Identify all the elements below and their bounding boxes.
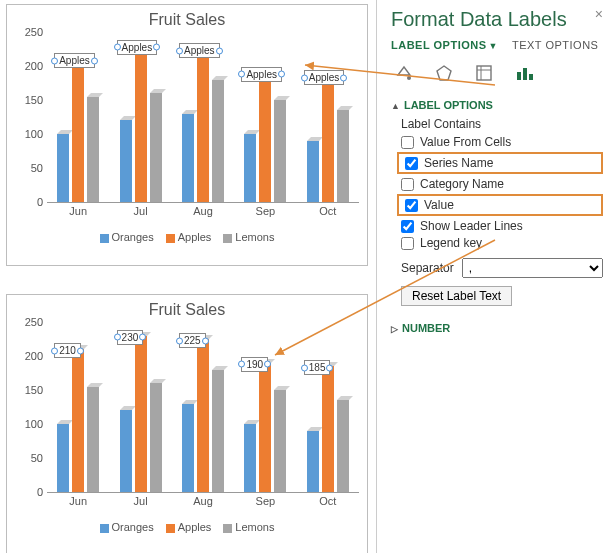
bar[interactable] [212, 80, 224, 202]
section-number[interactable]: ▷NUMBER [391, 322, 603, 334]
bar[interactable] [72, 59, 84, 202]
opt-show-leader-lines[interactable]: Show Leader Lines [401, 219, 603, 233]
legend-item[interactable]: Apples [166, 231, 212, 243]
bar[interactable] [322, 76, 334, 202]
opt-category-name[interactable]: Category Name [401, 177, 603, 191]
data-label[interactable]: 225 [179, 333, 206, 348]
bar[interactable] [135, 46, 147, 202]
data-label[interactable]: 190 [241, 357, 268, 372]
data-label[interactable]: Apples [179, 43, 220, 58]
legend[interactable]: OrangesApplesLemons [7, 521, 367, 533]
close-icon[interactable]: × [595, 6, 603, 22]
x-tick: Oct [297, 205, 359, 217]
data-label[interactable]: Apples [304, 70, 345, 85]
chart-top[interactable]: Fruit Sales250200150100500ApplesApplesAp… [6, 4, 368, 266]
bar-group[interactable] [300, 76, 356, 202]
bar-group[interactable] [300, 366, 356, 492]
bar[interactable] [244, 424, 256, 492]
opt-series-name[interactable]: Series Name [397, 152, 603, 174]
bar-group[interactable] [50, 59, 106, 202]
bar[interactable] [307, 431, 319, 492]
legend[interactable]: OrangesApplesLemons [7, 231, 367, 243]
bar[interactable] [120, 410, 132, 492]
checkbox-leader-lines[interactable] [401, 220, 414, 233]
bar[interactable] [337, 110, 349, 202]
checkbox-series-name[interactable] [405, 157, 418, 170]
legend-swatch [166, 234, 175, 243]
bar-group[interactable] [175, 49, 231, 202]
y-tick: 250 [15, 26, 43, 38]
opt-value-from-cells[interactable]: Value From Cells [401, 135, 603, 149]
x-axis: JunJulAugSepOct [47, 495, 359, 507]
legend-item[interactable]: Lemons [223, 231, 274, 243]
bar[interactable] [244, 134, 256, 202]
charts-column: Fruit Sales250200150100500ApplesApplesAp… [0, 0, 376, 553]
bar[interactable] [197, 339, 209, 492]
checkbox-legend-key[interactable] [401, 237, 414, 250]
x-axis: JunJulAugSepOct [47, 205, 359, 217]
bar[interactable] [259, 73, 271, 202]
svg-rect-2 [477, 66, 491, 80]
bar[interactable] [150, 383, 162, 492]
bar[interactable] [307, 141, 319, 202]
panel-tabs: LABEL OPTIONS▼ TEXT OPTIONS [391, 39, 603, 51]
separator-row: Separator , [401, 258, 603, 278]
bar[interactable] [212, 370, 224, 492]
legend-item[interactable]: Oranges [100, 231, 154, 243]
bar[interactable] [87, 387, 99, 492]
checkbox-value[interactable] [405, 199, 418, 212]
size-properties-icon[interactable] [471, 61, 497, 85]
bar[interactable] [197, 49, 209, 202]
bar[interactable] [274, 100, 286, 202]
bar[interactable] [182, 404, 194, 492]
data-label[interactable]: 230 [117, 330, 144, 345]
checkbox-value-from-cells[interactable] [401, 136, 414, 149]
section-label-options[interactable]: ▲LABEL OPTIONS [391, 99, 603, 111]
y-tick: 50 [15, 452, 43, 464]
bar[interactable] [135, 336, 147, 492]
bar[interactable] [274, 390, 286, 492]
bar[interactable] [57, 424, 69, 492]
bar-group[interactable] [237, 363, 293, 492]
legend-swatch [223, 234, 232, 243]
bar[interactable] [322, 366, 334, 492]
bar[interactable] [259, 363, 271, 492]
bar-group[interactable] [113, 336, 169, 492]
bar[interactable] [72, 349, 84, 492]
tab-text-options[interactable]: TEXT OPTIONS [512, 39, 598, 51]
separator-select[interactable]: , [462, 258, 603, 278]
data-label[interactable]: Apples [117, 40, 158, 55]
legend-item[interactable]: Apples [166, 521, 212, 533]
bar-group[interactable] [175, 339, 231, 492]
legend-item[interactable]: Oranges [100, 521, 154, 533]
data-label[interactable]: Apples [241, 67, 282, 82]
opt-legend-key[interactable]: Legend key [401, 236, 603, 250]
chart-title: Fruit Sales [7, 5, 367, 33]
tab-label-options[interactable]: LABEL OPTIONS▼ [391, 39, 498, 51]
bar[interactable] [150, 93, 162, 202]
reset-label-text-button[interactable]: Reset Label Text [401, 286, 512, 306]
bar[interactable] [337, 400, 349, 492]
effects-icon[interactable] [431, 61, 457, 85]
bar-group[interactable] [237, 73, 293, 202]
svg-rect-4 [523, 68, 527, 80]
x-tick: Aug [172, 205, 234, 217]
label-options-icon[interactable] [511, 61, 537, 85]
plot-area[interactable]: 250200150100500210230225190185 [47, 323, 359, 493]
bar-group[interactable] [50, 349, 106, 492]
checkbox-category-name[interactable] [401, 178, 414, 191]
opt-value[interactable]: Value [397, 194, 603, 216]
data-label[interactable]: 185 [304, 360, 331, 375]
triangle-down-icon: ▲ [391, 101, 400, 111]
bar[interactable] [182, 114, 194, 202]
plot-area[interactable]: 250200150100500ApplesApplesApplesApplesA… [47, 33, 359, 203]
data-label[interactable]: 210 [54, 343, 81, 358]
chart-bottom[interactable]: Fruit Sales25020015010050021023022519018… [6, 294, 368, 553]
bar[interactable] [120, 120, 132, 202]
fill-icon[interactable] [391, 61, 417, 85]
bar[interactable] [87, 97, 99, 202]
bar-group[interactable] [113, 46, 169, 202]
legend-item[interactable]: Lemons [223, 521, 274, 533]
data-label[interactable]: Apples [54, 53, 95, 68]
bar[interactable] [57, 134, 69, 202]
